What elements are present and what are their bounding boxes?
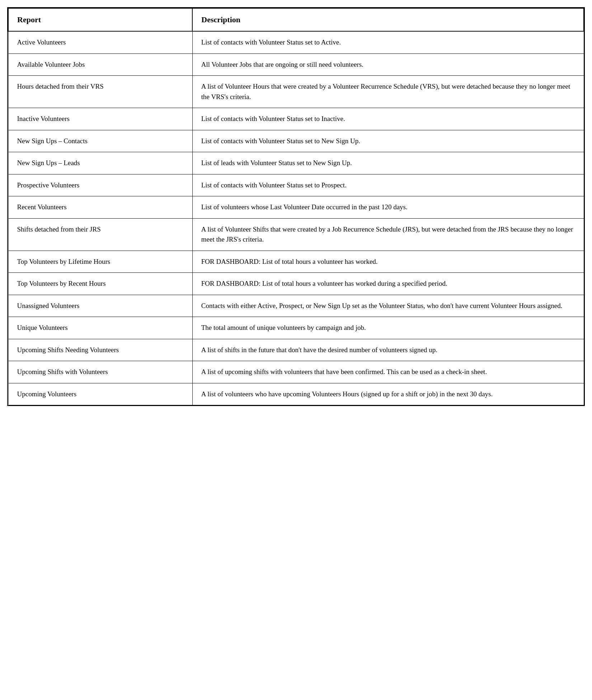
table-row: Upcoming Shifts Needing VolunteersA list… [8,339,584,361]
table-body: Active VolunteersList of contacts with V… [8,31,584,405]
cell-report-name: Upcoming Shifts Needing Volunteers [8,339,192,361]
cell-report-name: Prospective Volunteers [8,174,192,196]
cell-description: List of contacts with Volunteer Status s… [192,130,584,152]
cell-report-name: Inactive Volunteers [8,108,192,130]
table-row: Top Volunteers by Recent HoursFOR DASHBO… [8,273,584,295]
cell-report-name: Top Volunteers by Recent Hours [8,273,192,295]
reports-table-container: Report Description Active VolunteersList… [7,7,585,406]
cell-report-name: Available Volunteer Jobs [8,53,192,76]
cell-report-name: Recent Volunteers [8,196,192,219]
cell-description: List of contacts with Volunteer Status s… [192,31,584,53]
table-row: Unique VolunteersThe total amount of uni… [8,317,584,339]
header-description: Description [192,8,584,31]
table-header-row: Report Description [8,8,584,31]
table-row: Top Volunteers by Lifetime HoursFOR DASH… [8,251,584,273]
cell-description: A list of Volunteer Shifts that were cre… [192,218,584,251]
table-row: Prospective VolunteersList of contacts w… [8,174,584,196]
cell-description: A list of volunteers who have upcoming V… [192,383,584,405]
cell-description: Contacts with either Active, Prospect, o… [192,295,584,317]
cell-description: The total amount of unique volunteers by… [192,317,584,339]
cell-description: A list of Volunteer Hours that were crea… [192,76,584,108]
table-row: New Sign Ups – ContactsList of contacts … [8,130,584,152]
table-row: Available Volunteer JobsAll Volunteer Jo… [8,53,584,76]
table-row: Recent VolunteersList of volunteers whos… [8,196,584,219]
cell-report-name: Unique Volunteers [8,317,192,339]
table-row: Active VolunteersList of contacts with V… [8,31,584,53]
header-report: Report [8,8,192,31]
cell-report-name: Unassigned Volunteers [8,295,192,317]
cell-description: List of volunteers whose Last Volunteer … [192,196,584,219]
cell-report-name: Top Volunteers by Lifetime Hours [8,251,192,273]
table-row: New Sign Ups – LeadsList of leads with V… [8,152,584,174]
cell-description: FOR DASHBOARD: List of total hours a vol… [192,273,584,295]
cell-report-name: Active Volunteers [8,31,192,53]
cell-report-name: Shifts detached from their JRS [8,218,192,251]
table-row: Upcoming Shifts with VolunteersA list of… [8,361,584,383]
cell-report-name: New Sign Ups – Leads [8,152,192,174]
cell-report-name: New Sign Ups – Contacts [8,130,192,152]
table-row: Inactive VolunteersList of contacts with… [8,108,584,130]
cell-description: FOR DASHBOARD: List of total hours a vol… [192,251,584,273]
cell-report-name: Hours detached from their VRS [8,76,192,108]
cell-description: List of leads with Volunteer Status set … [192,152,584,174]
cell-report-name: Upcoming Shifts with Volunteers [8,361,192,383]
cell-description: All Volunteer Jobs that are ongoing or s… [192,53,584,76]
cell-description: List of contacts with Volunteer Status s… [192,174,584,196]
cell-description: A list of shifts in the future that don'… [192,339,584,361]
cell-report-name: Upcoming Volunteers [8,383,192,405]
table-row: Hours detached from their VRSA list of V… [8,76,584,108]
table-row: Upcoming VolunteersA list of volunteers … [8,383,584,405]
cell-description: A list of upcoming shifts with volunteer… [192,361,584,383]
cell-description: List of contacts with Volunteer Status s… [192,108,584,130]
table-row: Unassigned VolunteersContacts with eithe… [8,295,584,317]
reports-table: Report Description Active VolunteersList… [8,8,584,405]
table-row: Shifts detached from their JRSA list of … [8,218,584,251]
